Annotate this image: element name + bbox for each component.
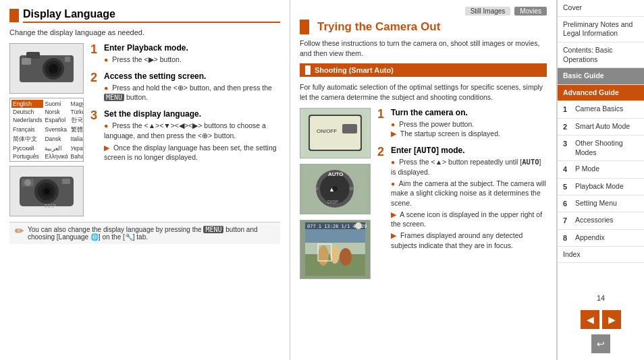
lang-ko: 한국어 [70, 116, 84, 125]
mid-step-2: 2 Enter [AUTO] mode. ● Press the <▲> but… [377, 146, 547, 250]
dial-mode-shot: AUTO DISP SCN Av ▲ [300, 164, 371, 214]
sidebar-numbered-6: 6 Setting Menu [563, 199, 639, 208]
language-table: English Suomi Magyar Deutsch Norsk Türkç… [9, 98, 84, 162]
lang-ja: 日本語 [43, 160, 69, 162]
next-page-button[interactable]: ▶ [602, 310, 621, 329]
svg-point-36 [340, 248, 352, 266]
lang-it: Italiano [70, 135, 84, 144]
left-content: English Suomi Magyar Deutsch Norsk Türkç… [9, 43, 280, 216]
photo-result-svg: 077 1 13:26 1/1 47'29 [303, 220, 367, 278]
lang-norsk: Norsk [43, 108, 69, 116]
svg-text:▲: ▲ [329, 186, 335, 193]
sidebar-item-accessories[interactable]: 7 Accessories [558, 212, 644, 229]
sidebar-item-playback[interactable]: 5 Playback Mode [558, 179, 644, 196]
mid-step-1-num: 1 [377, 108, 388, 120]
back-button-container: ↩ [558, 334, 644, 360]
svg-rect-14 [62, 179, 70, 184]
middle-title: Trying the Camera Out [317, 20, 440, 34]
svg-text:ON/OFF: ON/OFF [317, 128, 337, 134]
lang-da: Dansk [43, 135, 69, 144]
sidebar-num-4: 4 [563, 164, 572, 174]
step-3-text2: ▶ Once the display language has been set… [104, 143, 280, 162]
sidebar-item-preliminary[interactable]: Preliminary Notes and Legal Information [558, 17, 644, 42]
svg-point-34 [318, 245, 329, 266]
sidebar-item-advanced-guide[interactable]: Advanced Guide [558, 85, 644, 102]
middle-steps: 1 Turn the camera on. ● Press the power … [377, 108, 547, 279]
lang-zhtw: 繁體中文 [70, 125, 84, 135]
middle-panel: Still Images Movies Trying the Camera Ou… [290, 0, 557, 360]
bullet-icon: ● [391, 120, 395, 128]
camera-top-svg [16, 49, 77, 89]
lang-gr: Ελληνικά [43, 152, 69, 160]
mid-step-1-text1: ● Press the power button. [391, 119, 547, 129]
mid-step-2-text1: ● Press the <▲> button repeatedly until … [391, 157, 547, 177]
svg-point-4 [49, 64, 58, 73]
step-3-num: 3 [90, 109, 101, 121]
menu-tag-note: MENU [203, 226, 223, 233]
step-1-body: Enter Playback mode. ● Press the <▶> but… [104, 43, 280, 65]
arrow-icon: ▶ [391, 231, 396, 239]
dial-mode-svg: AUTO DISP SCN Av ▲ [303, 165, 367, 212]
mid-step-2-text2: ● Aim the camera at the subject. The cam… [391, 179, 547, 208]
svg-rect-20 [342, 124, 357, 133]
sidebar-num-7: 7 [563, 216, 572, 225]
left-title-bar: Display Language [9, 8, 280, 23]
camera-top-view [9, 43, 84, 94]
mid-step-2-text4: ▶ Frames displayed around any detected s… [391, 231, 547, 250]
subsection-description: For fully automatic selection of the opt… [300, 82, 547, 102]
sidebar-item-other-shooting[interactable]: 3 Other Shooting Modes [558, 136, 644, 161]
sidebar-item-pmode[interactable]: 4 P Mode [558, 161, 644, 178]
lang-sv: Svenska [43, 125, 69, 135]
middle-content: ON/OFF AUTO DISP SCN Av ▲ [300, 108, 547, 279]
lang-ar: العربية [43, 144, 69, 152]
lang-english: English [11, 100, 43, 108]
lang-uk: Українська [70, 144, 84, 152]
step-2: 2 Access the setting screen. ● Press and… [90, 71, 280, 103]
bullet-icon: ● [391, 158, 395, 166]
back-button[interactable]: ↩ [591, 334, 610, 353]
prev-page-button[interactable]: ◀ [581, 310, 599, 329]
left-steps: 1 Enter Playback mode. ● Press the <▶> b… [90, 43, 280, 216]
sidebar-item-appendix[interactable]: 8 Appendix [558, 230, 644, 247]
sidebar-item-smart-auto[interactable]: 2 Smart Auto Mode [558, 119, 644, 136]
mid-step-1: 1 Turn the camera on. ● Press the power … [377, 108, 547, 139]
photo-result-shot: 077 1 13:26 1/1 47'29 [300, 220, 371, 279]
orange-bar-middle [300, 20, 309, 34]
sidebar-numbered-8: 8 Appendix [563, 233, 639, 243]
step-3-text1: ● Press the <▲><▼><◀><▶> buttons to choo… [104, 121, 280, 140]
note-text: You can also change the display language… [28, 226, 275, 241]
sidebar-num-2: 2 [563, 122, 572, 131]
lang-es: Español [43, 116, 69, 125]
svg-text:DISP: DISP [327, 200, 339, 204]
svg-point-40 [355, 222, 362, 229]
step-2-heading: Access the setting screen. [104, 71, 280, 81]
power-on-svg: ON/OFF [303, 109, 367, 156]
step-3-body: Set the display language. ● Press the <▲… [104, 109, 280, 162]
note-pencil-icon: ✏ [15, 224, 24, 237]
movies-label: Movies [514, 7, 547, 16]
page-number: 14 [558, 294, 644, 305]
sidebar-item-setting-menu[interactable]: 6 Setting Menu [558, 196, 644, 212]
camera-front-svg: DISP [16, 171, 77, 212]
power-on-shot: ON/OFF [300, 108, 371, 158]
sidebar-item-cover[interactable]: Cover [558, 0, 644, 17]
sidebar-numbered-5: 5 Playback Mode [563, 182, 639, 191]
sidebar-num-5: 5 [563, 182, 572, 191]
svg-text:DISP: DISP [45, 204, 56, 209]
subsection-title: Shooting (Smart Auto) [315, 66, 394, 74]
sidebar-num-6: 6 [563, 199, 572, 208]
svg-text:AUTO: AUTO [328, 171, 344, 177]
sidebar-num-8: 8 [563, 233, 572, 243]
sidebar-num-1: 1 [563, 104, 572, 114]
step-1-num: 1 [90, 43, 101, 55]
step-3: 3 Set the display language. ● Press the … [90, 109, 280, 162]
sidebar-numbered-4: 4 P Mode [563, 164, 639, 174]
sidebar-item-index[interactable]: Index [558, 247, 644, 264]
svg-point-11 [44, 189, 49, 194]
auto-inline: AUTO [522, 158, 539, 166]
bullet-icon: ● [104, 55, 108, 63]
sidebar-item-basic-guide[interactable]: Basic Guide [558, 68, 644, 85]
lang-deutsch: Deutsch [11, 108, 43, 116]
sidebar-item-camera-basics[interactable]: 1 Camera Basics [558, 101, 644, 118]
sidebar-item-contents[interactable]: Contents: Basic Operations [558, 42, 644, 68]
